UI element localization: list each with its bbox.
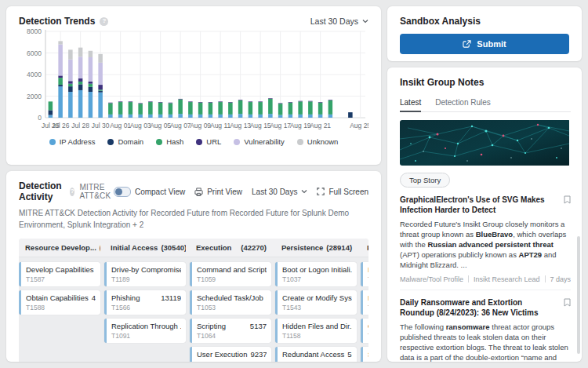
bar-segment[interactable] — [218, 102, 223, 115]
tab-detection-rules[interactable]: Detection Rules — [435, 95, 491, 111]
bar-segment[interactable] — [78, 48, 83, 57]
bar-segment[interactable] — [148, 102, 153, 115]
top-story-image[interactable] — [400, 120, 571, 166]
bar-segment[interactable] — [268, 114, 273, 118]
bar-segment[interactable] — [258, 101, 263, 102]
detection-trends-chart[interactable]: 02000400060008000Jul 25Jul 26Jul 28Jul 3… — [19, 27, 368, 137]
bar-segment[interactable] — [68, 86, 73, 92]
technique-card[interactable]: Drive-by Compromise6350T1189 — [104, 262, 186, 286]
bar-segment[interactable] — [58, 86, 63, 118]
bar-segment[interactable] — [108, 103, 113, 104]
bar-segment[interactable] — [278, 115, 283, 118]
technique-card[interactable]: Boot or Logon Initiali...4845T1037 — [275, 262, 357, 286]
trends-range-dropdown[interactable]: Last 30 Days — [310, 16, 368, 26]
bar-segment[interactable] — [289, 115, 293, 118]
bar-segment[interactable] — [328, 100, 333, 100]
bar-segment[interactable] — [148, 115, 153, 118]
bar-segment[interactable] — [49, 110, 53, 115]
bar-segment[interactable] — [308, 115, 313, 118]
bar-segment[interactable] — [68, 84, 73, 86]
bar-segment[interactable] — [49, 115, 53, 118]
bar-segment[interactable] — [198, 115, 203, 118]
bar-segment[interactable] — [89, 92, 93, 118]
bar-segment[interactable] — [78, 56, 83, 78]
bar-segment[interactable] — [258, 102, 263, 115]
legend-item[interactable]: Hash — [156, 137, 183, 146]
bar-segment[interactable] — [98, 85, 103, 89]
bar-segment[interactable] — [209, 103, 213, 115]
technique-card[interactable]: User Execution9237T1204 — [190, 347, 271, 362]
bar-segment[interactable] — [308, 101, 313, 102]
bar-segment[interactable] — [278, 104, 283, 115]
technique-card[interactable]: Command and Script...9985T1059 — [190, 262, 271, 286]
bar-segment[interactable] — [158, 103, 163, 115]
bar-segment[interactable] — [138, 104, 143, 115]
bar-segment[interactable] — [238, 100, 243, 100]
bar-segment[interactable] — [108, 115, 113, 118]
bar-segment[interactable] — [209, 115, 213, 118]
bar-segment[interactable] — [78, 84, 83, 90]
bar-segment[interactable] — [58, 85, 63, 86]
bar-segment[interactable] — [318, 102, 323, 103]
bar-segment[interactable] — [308, 101, 313, 115]
bar-segment[interactable] — [218, 101, 223, 102]
bar-segment[interactable] — [98, 89, 103, 90]
bar-segment[interactable] — [98, 91, 103, 93]
bar-segment[interactable] — [278, 103, 283, 104]
bar-segment[interactable] — [68, 81, 73, 83]
bar-segment[interactable] — [169, 103, 173, 114]
bar-segment[interactable] — [68, 60, 73, 82]
bar-segment[interactable] — [249, 115, 253, 118]
full-screen-button[interactable]: Full Screen — [317, 188, 368, 196]
info-icon[interactable]: ? — [100, 17, 108, 26]
bar-segment[interactable] — [198, 103, 203, 115]
sandbox-submit-button[interactable]: Submit — [400, 34, 569, 54]
bar-segment[interactable] — [249, 102, 253, 115]
bar-segment[interactable] — [89, 57, 93, 82]
legend-item[interactable]: Vulnerability — [234, 137, 284, 146]
bar-segment[interactable] — [228, 103, 233, 115]
bar-segment[interactable] — [78, 90, 83, 118]
bar-segment[interactable] — [318, 115, 323, 118]
bookmark-icon[interactable] — [564, 195, 571, 204]
bar-segment[interactable] — [118, 101, 123, 102]
technique-card[interactable]: Scripting5137T1064 — [190, 319, 271, 343]
bookmark-icon[interactable] — [564, 298, 571, 307]
technique-card[interactable]: Phishing13119T1566 — [104, 290, 186, 315]
bar-segment[interactable] — [238, 114, 243, 118]
bar-segment[interactable] — [118, 115, 123, 118]
technique-card[interactable]: Scheduled TaskT1053 — [361, 347, 368, 362]
bar-segment[interactable] — [188, 101, 193, 102]
bar-segment[interactable] — [228, 102, 233, 103]
bar-segment[interactable] — [98, 63, 103, 85]
technique-card[interactable]: Obtain Capabilities4883T1588 — [19, 290, 100, 315]
bar-segment[interactable] — [348, 112, 353, 118]
bar-segment[interactable] — [328, 115, 333, 118]
technique-card[interactable]: Hidden Files and Dir...5137T1158 — [275, 319, 357, 343]
bar-segment[interactable] — [289, 102, 293, 103]
bar-segment[interactable] — [78, 78, 83, 82]
bar-segment[interactable] — [129, 115, 133, 118]
bar-segment[interactable] — [328, 100, 333, 115]
technique-card[interactable]: Create or ModifT1543 — [361, 319, 368, 343]
bar-segment[interactable] — [98, 93, 103, 118]
bar-segment[interactable] — [89, 87, 93, 92]
bar-segment[interactable] — [318, 103, 323, 115]
bar-segment[interactable] — [68, 49, 73, 59]
bar-segment[interactable] — [298, 115, 303, 118]
legend-item[interactable]: IP Address — [49, 137, 96, 146]
bar-segment[interactable] — [158, 102, 163, 103]
bar-segment[interactable] — [129, 101, 133, 102]
bar-segment[interactable] — [129, 102, 133, 115]
bar-segment[interactable] — [209, 102, 213, 103]
bar-segment[interactable] — [258, 115, 263, 118]
bar-segment[interactable] — [158, 115, 163, 118]
bar-segment[interactable] — [238, 100, 243, 114]
compact-view-toggle[interactable]: Compact View — [114, 187, 185, 197]
bar-segment[interactable] — [108, 103, 113, 114]
bar-segment[interactable] — [169, 115, 173, 118]
bar-segment[interactable] — [188, 115, 193, 118]
bar-segment[interactable] — [58, 75, 63, 78]
bar-segment[interactable] — [78, 82, 83, 84]
info-icon[interactable]: ? — [70, 188, 74, 196]
